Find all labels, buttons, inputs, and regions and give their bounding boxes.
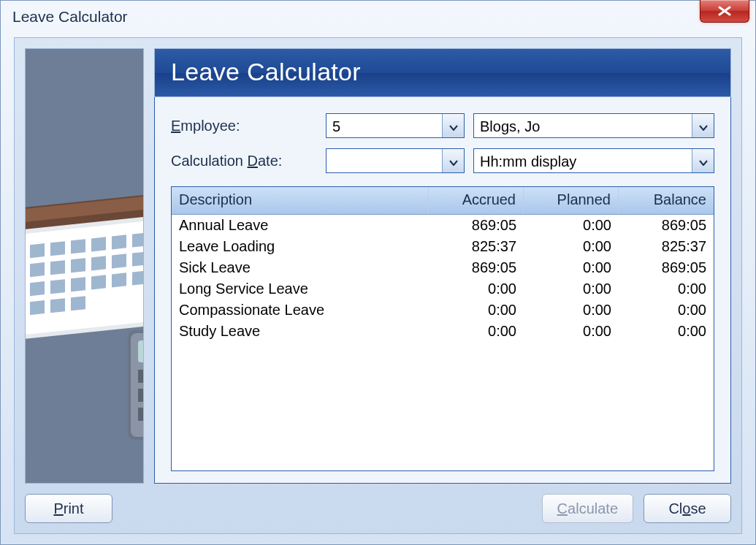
cell-accrued: 869:05 xyxy=(429,257,524,278)
svg-rect-6 xyxy=(71,239,85,254)
col-description[interactable]: Description xyxy=(172,187,429,214)
display-format-combo[interactable]: Hh:mm display xyxy=(473,148,714,173)
svg-rect-34 xyxy=(138,408,144,421)
employee-label-accel: E xyxy=(171,118,180,134)
dialog-footer: Print Calculate Close xyxy=(25,494,731,523)
date-label-accel: D xyxy=(248,153,258,169)
svg-rect-14 xyxy=(112,254,126,268)
cell-accrued: 825:37 xyxy=(429,236,524,257)
calculation-date-combo[interactable] xyxy=(326,148,465,173)
svg-rect-17 xyxy=(50,279,65,294)
calculator-icon xyxy=(128,330,144,443)
svg-rect-12 xyxy=(71,258,85,272)
chevron-down-icon xyxy=(449,118,458,134)
close-pre: Cl xyxy=(668,500,682,517)
cell-balance: 0:00 xyxy=(619,321,714,342)
svg-rect-16 xyxy=(30,281,45,296)
svg-rect-18 xyxy=(71,277,85,291)
panel-heading: Leave Calculator xyxy=(154,48,731,97)
svg-rect-22 xyxy=(30,300,45,315)
table-body: Annual Leave869:050:00869:05Leave Loadin… xyxy=(172,215,714,470)
table-header: Description Accrued Planned Balance xyxy=(172,187,714,215)
cell-accrued: 0:00 xyxy=(429,278,524,300)
table-row[interactable]: Sick Leave869:050:00869:05 xyxy=(172,257,714,278)
cell-accrued: 0:00 xyxy=(429,321,524,342)
chevron-down-icon xyxy=(699,118,708,134)
titlebar[interactable]: Leave Calculator xyxy=(1,1,755,33)
table-row[interactable]: Long Service Leave0:000:000:00 xyxy=(172,278,714,300)
employee-id-combo[interactable]: 5 xyxy=(326,113,465,138)
cell-accrued: 0:00 xyxy=(429,300,524,321)
main-panel: Leave Calculator Employee: 5 xyxy=(154,48,731,484)
date-label-rest: ate: xyxy=(258,153,282,169)
col-planned[interactable]: Planned xyxy=(524,187,619,214)
svg-rect-27 xyxy=(138,340,144,362)
close-button[interactable]: Close xyxy=(644,494,731,523)
table-row[interactable]: Compassionate Leave0:000:000:00 xyxy=(172,300,714,321)
employee-id-dropdown[interactable] xyxy=(442,114,464,137)
svg-rect-19 xyxy=(91,275,106,289)
window-close-button[interactable] xyxy=(700,0,749,23)
table-row[interactable]: Leave Loading825:370:00825:37 xyxy=(172,236,714,257)
form-panel: Employee: 5 Blogs, Jo xyxy=(154,97,731,484)
date-label-pre: Calculation xyxy=(171,153,248,169)
employee-name-dropdown[interactable] xyxy=(692,114,714,137)
calculate-text: alculate xyxy=(568,500,618,517)
cell-planned: 0:00 xyxy=(524,278,619,300)
display-format-dropdown[interactable] xyxy=(692,149,714,172)
svg-rect-15 xyxy=(132,251,144,266)
cell-description: Compassionate Leave xyxy=(172,300,429,321)
svg-rect-31 xyxy=(138,389,144,402)
employee-id-value: 5 xyxy=(327,114,442,137)
svg-rect-4 xyxy=(30,243,45,258)
svg-rect-11 xyxy=(50,260,65,275)
cell-balance: 869:05 xyxy=(619,257,714,278)
print-text: rint xyxy=(64,500,84,517)
display-format-value: Hh:mm display xyxy=(474,149,692,172)
col-balance[interactable]: Balance xyxy=(619,187,714,214)
employee-name-combo[interactable]: Blogs, Jo xyxy=(473,113,714,138)
svg-rect-8 xyxy=(112,235,126,249)
close-rest: se xyxy=(690,500,706,517)
svg-rect-21 xyxy=(132,270,144,285)
close-icon xyxy=(717,2,732,20)
dialog-body: Leave Calculator Employee: 5 xyxy=(14,37,742,534)
cell-balance: 869:05 xyxy=(619,215,714,236)
employee-name-value: Blogs, Jo xyxy=(474,114,692,137)
calculation-date-label: Calculation Date: xyxy=(171,153,317,169)
cell-balance: 825:37 xyxy=(619,236,714,257)
svg-rect-5 xyxy=(50,241,65,256)
cell-planned: 0:00 xyxy=(524,215,619,236)
print-button[interactable]: Print xyxy=(25,494,112,523)
calculation-date-value xyxy=(327,149,442,172)
svg-rect-7 xyxy=(91,237,106,251)
cell-description: Annual Leave xyxy=(172,215,429,236)
print-accel: P xyxy=(53,500,63,517)
dialog-window: Leave Calculator xyxy=(0,0,756,545)
cell-accrued: 869:05 xyxy=(429,215,524,236)
calculation-date-dropdown[interactable] xyxy=(442,149,464,172)
svg-rect-24 xyxy=(71,296,85,310)
cell-planned: 0:00 xyxy=(524,321,619,342)
chevron-down-icon xyxy=(699,153,708,169)
table-row[interactable]: Annual Leave869:050:00869:05 xyxy=(172,215,714,236)
svg-rect-28 xyxy=(138,370,144,383)
col-accrued[interactable]: Accrued xyxy=(429,187,524,214)
calculate-accel: C xyxy=(557,500,568,517)
cell-description: Leave Loading xyxy=(172,236,429,257)
form-grid: Employee: 5 Blogs, Jo xyxy=(171,113,714,173)
cell-planned: 0:00 xyxy=(524,236,619,257)
close-accel: o xyxy=(682,500,690,517)
cell-balance: 0:00 xyxy=(619,300,714,321)
svg-rect-20 xyxy=(112,272,126,287)
calculate-button[interactable]: Calculate xyxy=(542,494,633,523)
table-row[interactable]: Study Leave0:000:000:00 xyxy=(172,321,714,342)
cell-planned: 0:00 xyxy=(524,257,619,278)
leave-table: Description Accrued Planned Balance Annu… xyxy=(171,186,714,471)
cell-description: Long Service Leave xyxy=(172,278,429,300)
cell-planned: 0:00 xyxy=(524,300,619,321)
calendar-icon xyxy=(25,188,144,359)
svg-rect-13 xyxy=(91,256,106,270)
chevron-down-icon xyxy=(449,153,458,169)
sidebar-illustration xyxy=(25,48,144,484)
